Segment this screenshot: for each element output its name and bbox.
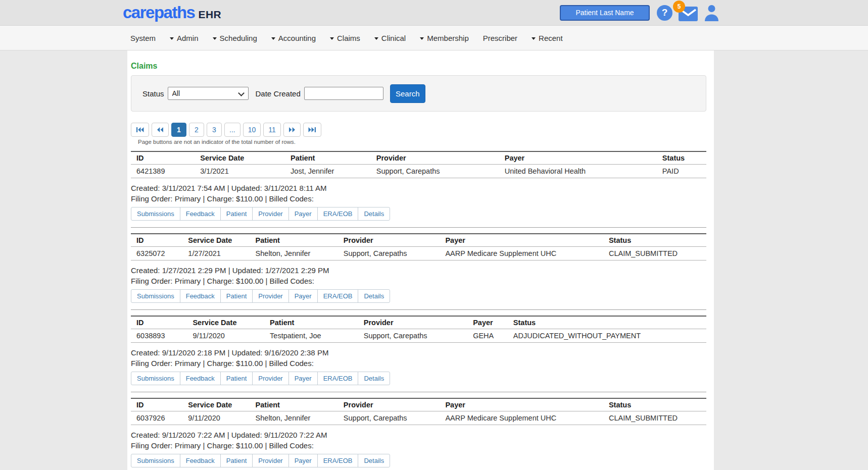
claim-action-submissions-button[interactable]: Submissions	[131, 454, 180, 467]
section-divider	[131, 309, 706, 310]
claim-patient: Testpatient, Joe	[268, 329, 362, 343]
claims-table-header-row: IDService DatePatientProviderPayerStatus	[131, 151, 706, 165]
claims-table: IDService DatePatientProviderPayerStatus…	[131, 151, 706, 178]
claims-filter-bar: Status All Date Created Search	[131, 75, 706, 112]
nav-item-recent[interactable]: Recent	[532, 34, 563, 42]
column-header-id: ID	[131, 316, 190, 329]
column-header-payer: Payer	[471, 316, 511, 329]
nav-item-label: Clinical	[381, 34, 406, 42]
claim-action-patient-button[interactable]: Patient	[220, 454, 253, 467]
column-header-provider: Provider	[342, 398, 444, 411]
app-logo: carepaths EHR	[123, 4, 221, 21]
claim-row: 60379269/11/2020Shelton, JenniferSupport…	[131, 411, 706, 425]
help-icon[interactable]: ?	[657, 5, 672, 21]
nav-item-membership[interactable]: Membership	[420, 34, 469, 42]
date-created-label: Date Created	[256, 89, 301, 98]
claim-filing-info: Filing Order: Primary | Charge: $110.00 …	[131, 194, 706, 203]
claim-action-details-button[interactable]: Details	[358, 372, 390, 385]
claim-action-payer-button[interactable]: Payer	[288, 372, 318, 385]
nav-item-prescriber[interactable]: Prescriber	[483, 34, 517, 42]
skip-to-last-icon	[308, 127, 316, 133]
claims-table: IDService DatePatientProviderPayerStatus…	[131, 398, 706, 425]
claim-action-submissions-button[interactable]: Submissions	[131, 289, 180, 303]
page-button-3[interactable]: 3	[207, 123, 222, 137]
claim-created-updated: Created: 9/11/2020 7:22 AM | Updated: 9/…	[131, 431, 706, 439]
claim-provider: Support, Carepaths	[342, 247, 444, 260]
first-page-button[interactable]	[131, 123, 149, 137]
claim-action-patient-button[interactable]: Patient	[220, 207, 253, 221]
page-button-11[interactable]: 11	[263, 123, 281, 137]
claim-action-payer-button[interactable]: Payer	[288, 207, 318, 221]
section-divider	[131, 227, 706, 228]
column-header-patient: Patient	[254, 398, 342, 411]
column-header-patient: Patient	[254, 234, 342, 247]
nav-item-label: Accounting	[278, 34, 316, 42]
page-button-1[interactable]: 1	[171, 123, 186, 137]
page-button-10[interactable]: 10	[243, 123, 261, 137]
column-header-status: Status	[607, 398, 706, 411]
column-header-service-date: Service Date	[186, 398, 253, 411]
nav-item-system[interactable]: System	[130, 34, 156, 42]
pagination: 123...1011	[131, 123, 706, 137]
nav-item-accounting[interactable]: Accounting	[271, 34, 316, 42]
last-page-button[interactable]	[303, 123, 321, 137]
claim-action-feedback-button[interactable]: Feedback	[180, 289, 221, 303]
claim-action-payer-button[interactable]: Payer	[288, 289, 318, 303]
claim-row: 63250721/27/2021Shelton, JenniferSupport…	[131, 247, 706, 260]
claims-table-header-row: IDService DatePatientProviderPayerStatus	[131, 316, 706, 329]
column-header-payer: Payer	[443, 234, 606, 247]
claim-action-feedback-button[interactable]: Feedback	[180, 454, 221, 467]
claim-action-era-eob-button[interactable]: ERA/EOB	[317, 289, 359, 303]
claim-filing-info: Filing Order: Primary | Charge: $110.00 …	[131, 359, 706, 368]
messages-button[interactable]: 5	[678, 4, 698, 21]
claim-service-date: 9/11/2020	[190, 329, 268, 343]
claim-action-details-button[interactable]: Details	[358, 289, 390, 303]
claim-section: IDService DatePatientProviderPayerStatus…	[131, 316, 706, 392]
claim-provider: Support, Carepaths	[342, 411, 444, 425]
nav-item-claims[interactable]: Claims	[330, 34, 360, 42]
nav-item-scheduling[interactable]: Scheduling	[213, 34, 257, 42]
claim-action-feedback-button[interactable]: Feedback	[180, 372, 221, 385]
claim-action-details-button[interactable]: Details	[358, 207, 390, 221]
date-created-input[interactable]	[304, 87, 383, 100]
claim-action-patient-button[interactable]: Patient	[220, 372, 253, 385]
fast-forward-icon	[288, 127, 296, 133]
claims-table: IDService DatePatientProviderPayerStatus…	[131, 316, 706, 343]
claim-provider: Support, Carepaths	[362, 329, 471, 343]
column-header-id: ID	[131, 234, 186, 247]
claim-action-patient-button[interactable]: Patient	[220, 289, 253, 303]
nav-item-admin[interactable]: Admin	[170, 34, 199, 42]
search-button[interactable]: Search	[390, 84, 425, 103]
claim-payer: AARP Medicare Supplement UHC	[443, 247, 606, 260]
claim-action-era-eob-button[interactable]: ERA/EOB	[317, 372, 359, 385]
status-select[interactable]: All	[168, 87, 249, 100]
claim-action-submissions-button[interactable]: Submissions	[131, 372, 180, 385]
column-header-service-date: Service Date	[190, 316, 268, 329]
claim-action-details-button[interactable]: Details	[358, 454, 390, 467]
claim-created-updated: Created: 1/27/2021 2:29 PM | Updated: 1/…	[131, 266, 706, 275]
previous-page-button[interactable]	[152, 123, 169, 137]
column-header-payer: Payer	[503, 151, 660, 165]
claims-table: IDService DatePatientProviderPayerStatus…	[131, 233, 706, 260]
claim-action-provider-button[interactable]: Provider	[252, 454, 288, 467]
claim-action-provider-button[interactable]: Provider	[252, 289, 288, 303]
claim-action-provider-button[interactable]: Provider	[252, 372, 288, 385]
claim-action-provider-button[interactable]: Provider	[252, 207, 288, 221]
page-button-2[interactable]: 2	[189, 123, 204, 137]
claim-action-era-eob-button[interactable]: ERA/EOB	[317, 454, 359, 467]
column-header-provider: Provider	[362, 316, 471, 329]
profile-button[interactable]	[704, 5, 719, 21]
patient-last-name-search-input[interactable]	[560, 5, 650, 21]
claim-action-payer-button[interactable]: Payer	[288, 454, 318, 467]
claim-patient: Shelton, Jennifer	[254, 247, 342, 260]
claim-action-buttons: SubmissionsFeedbackPatientProviderPayerE…	[131, 372, 390, 385]
page-button-ellipsis[interactable]: ...	[224, 123, 240, 137]
nav-item-clinical[interactable]: Clinical	[374, 34, 406, 42]
claim-action-era-eob-button[interactable]: ERA/EOB	[317, 207, 359, 221]
column-header-status: Status	[660, 151, 706, 165]
claim-action-feedback-button[interactable]: Feedback	[180, 207, 221, 221]
claim-service-date: 1/27/2021	[186, 247, 253, 260]
claim-action-submissions-button[interactable]: Submissions	[131, 207, 180, 221]
next-page-button[interactable]	[283, 123, 301, 137]
claim-filing-info: Filing Order: Primary | Charge: $100.00 …	[131, 277, 706, 285]
